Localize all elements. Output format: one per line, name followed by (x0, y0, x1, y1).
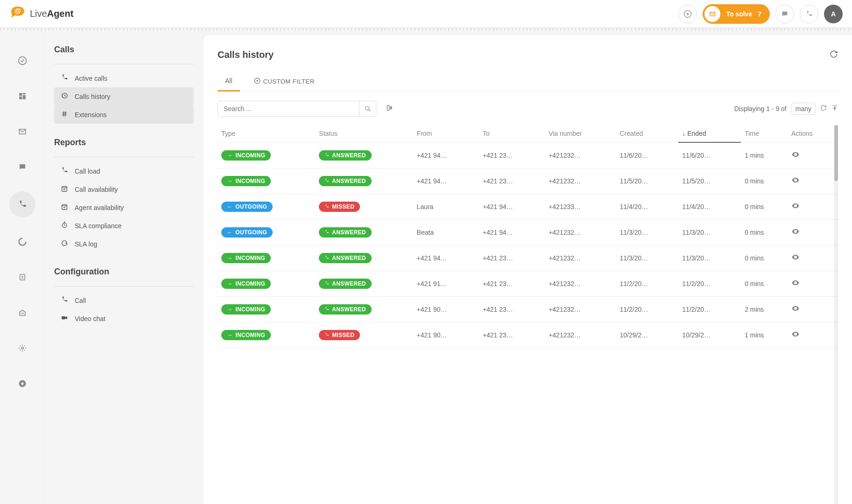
tab-all[interactable]: All (218, 71, 240, 91)
cell-time: 1 mins (741, 142, 788, 168)
rail-settings-icon[interactable] (11, 337, 34, 359)
sidebar-item[interactable]: Video chat (54, 309, 194, 328)
calendar-check-icon (61, 185, 68, 194)
scrollbar-thumb[interactable] (834, 125, 838, 181)
view-button[interactable] (791, 202, 800, 210)
refresh-icon[interactable] (820, 105, 827, 112)
rail-mail-icon[interactable] (11, 120, 34, 143)
cell-ended: 11/2/20… (678, 296, 741, 322)
sidebar-item[interactable]: Call availability (54, 180, 194, 198)
header-actions: To solve 7 A (678, 4, 843, 24)
col-via[interactable]: Via number (545, 125, 616, 142)
cell-via: +421232… (545, 168, 616, 194)
type-badge: ←OUTGOING (221, 227, 273, 238)
video-icon (61, 314, 68, 323)
arrow-icon: → (227, 280, 232, 287)
phone-icon (324, 152, 329, 159)
phone-button[interactable] (800, 5, 818, 23)
sidebar-item[interactable]: Calls history (54, 87, 194, 105)
svg-point-30 (795, 154, 796, 155)
page-size-select[interactable]: many (791, 103, 816, 115)
view-button[interactable] (791, 176, 800, 184)
col-type[interactable]: Type (218, 125, 315, 142)
view-button[interactable] (791, 253, 800, 261)
cell-from: +421 94… (413, 142, 479, 168)
svg-point-31 (795, 180, 796, 181)
chat-button[interactable] (775, 5, 794, 23)
svg-rect-19 (62, 186, 67, 191)
phone-icon (324, 306, 329, 313)
search-input[interactable] (218, 101, 359, 116)
type-badge: →INCOMING (221, 253, 271, 263)
col-created[interactable]: Created (616, 125, 679, 142)
table-row[interactable]: →INCOMINGANSWERED+421 94…+421 23…+421232… (218, 168, 838, 194)
view-button[interactable] (791, 150, 800, 159)
cell-time: 0 mins (741, 194, 788, 219)
rail-org-icon[interactable] (11, 301, 34, 324)
add-button[interactable] (678, 5, 697, 23)
col-ended[interactable]: ↓ Ended (678, 125, 741, 142)
export-button[interactable] (382, 100, 397, 117)
svg-line-29 (368, 109, 370, 111)
sidebar-item[interactable]: SLA log (54, 235, 194, 253)
custom-filter-button[interactable]: CUSTOM FILTER (254, 77, 315, 85)
sidebar-item[interactable]: Extensions (54, 105, 194, 124)
status-badge: ANSWERED (319, 279, 371, 289)
phone-icon (61, 74, 68, 83)
sidebar-item[interactable]: Active calls (54, 69, 194, 87)
rail-check-icon[interactable] (11, 49, 34, 72)
type-badge: →INCOMING (221, 304, 271, 315)
view-button[interactable] (791, 227, 800, 236)
rail-dashboard-icon[interactable] (11, 85, 34, 107)
table-row[interactable]: →INCOMINGANSWERED+421 91…+421 23…+421232… (218, 271, 838, 296)
view-button[interactable] (791, 304, 800, 313)
table-row[interactable]: ←OUTGOINGMISSEDLaura+421 94…+421233…11/4… (218, 194, 838, 219)
phone-icon (61, 296, 68, 305)
sidebar: Calls Active callsCalls historyExtension… (45, 31, 204, 504)
col-status[interactable]: Status (315, 125, 413, 142)
table-row[interactable]: →INCOMINGMISSED+421 90…+421 23…+421232…1… (218, 322, 838, 348)
user-avatar[interactable]: A (824, 5, 843, 23)
col-from[interactable]: From (413, 125, 479, 142)
cell-to: +421 23… (479, 245, 545, 271)
table-row[interactable]: ←OUTGOINGANSWEREDBeata+421 94…+421232…11… (218, 219, 838, 245)
sidebar-item[interactable]: Call load (54, 162, 194, 180)
nav-rail (0, 31, 45, 504)
view-button[interactable] (791, 279, 800, 287)
col-time[interactable]: Time (741, 125, 788, 142)
to-solve-button[interactable]: To solve 7 (703, 4, 770, 24)
rail-loading-icon[interactable] (11, 231, 34, 253)
cell-via: +421232… (545, 142, 616, 168)
cell-created: 11/4/20… (616, 194, 679, 219)
rail-star-icon[interactable] (11, 372, 34, 395)
cell-from: +421 90… (413, 322, 479, 348)
col-to[interactable]: To (479, 125, 545, 142)
cell-created: 11/3/20… (616, 245, 679, 271)
sidebar-item-label: SLA compliance (75, 222, 121, 230)
cell-created: 11/2/20… (616, 296, 679, 322)
view-button[interactable] (791, 330, 800, 338)
main-content: Calls history All CUSTOM FILTER (204, 35, 852, 504)
rail-phone-icon[interactable] (9, 191, 35, 217)
table-row[interactable]: →INCOMINGANSWERED+421 94…+421 23…+421232… (218, 142, 838, 168)
rail-contacts-icon[interactable] (11, 266, 34, 288)
sidebar-item[interactable]: Call (54, 291, 194, 309)
cell-ended: 11/4/20… (678, 194, 741, 219)
table-row[interactable]: →INCOMINGANSWERED+421 90…+421 23…+421232… (218, 296, 838, 322)
sidebar-item-label: Call availability (75, 186, 118, 193)
search-button[interactable] (359, 101, 376, 116)
cell-time: 2 mins (741, 296, 788, 322)
cell-time: 0 mins (741, 168, 788, 194)
brand-text: LiveAgent (30, 8, 73, 19)
rail-chat-icon[interactable] (11, 156, 34, 178)
calendar-check-icon (61, 203, 68, 212)
scroll-top-icon[interactable] (831, 105, 838, 112)
clock-icon (61, 221, 68, 230)
sidebar-item[interactable]: Agent availability (54, 198, 194, 217)
sidebar-item[interactable]: SLA compliance (54, 217, 194, 235)
cell-created: 11/6/20… (616, 142, 679, 168)
svg-rect-21 (62, 204, 67, 210)
table-row[interactable]: →INCOMINGANSWERED+421 94…+421 23…+421232… (218, 245, 838, 271)
reload-button[interactable] (830, 50, 838, 60)
cell-from: +421 94… (413, 245, 479, 271)
